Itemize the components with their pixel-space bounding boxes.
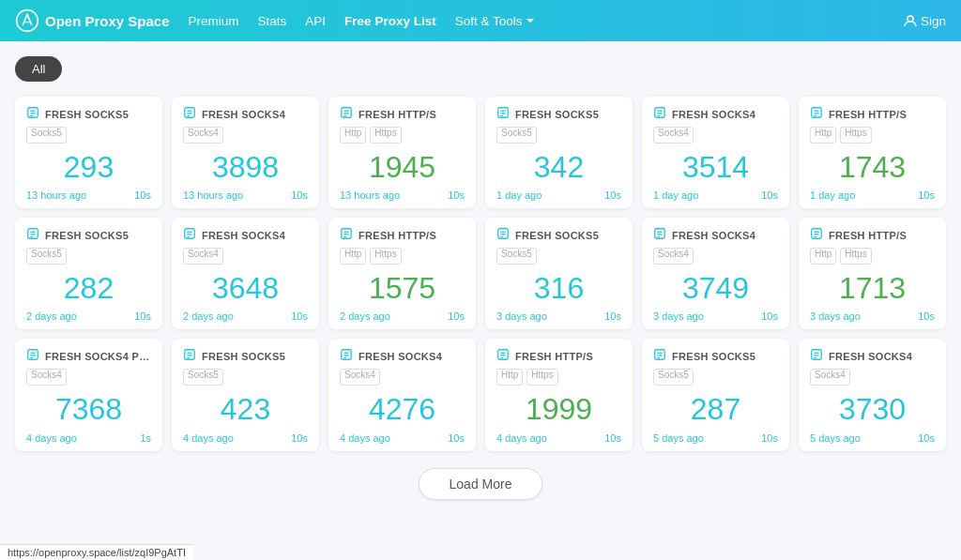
card-tag: Socks4: [183, 127, 223, 144]
card-count: 3730: [810, 389, 935, 431]
card-tags: Socks4: [340, 369, 465, 386]
card-tags: Socks5: [653, 369, 778, 386]
card-tag: Socks4: [26, 369, 67, 386]
card-footer: 3 days ago 10s: [653, 310, 778, 322]
card-header: FRESH SOCKS4: [810, 348, 935, 365]
card-interval: 10s: [448, 189, 465, 201]
card-tag: Http: [496, 369, 523, 386]
svg-point-1: [908, 16, 913, 22]
proxy-card[interactable]: FRESH SOCKS4 Socks4 3648 2 days ago 10s: [172, 218, 319, 329]
cards-grid: FRESH SOCKS5 Socks5 293 13 hours ago 10s…: [15, 97, 946, 451]
card-title: FRESH HTTP/S: [515, 351, 593, 362]
card-tag: Http: [810, 127, 836, 144]
card-tags: Socks5: [496, 127, 621, 144]
proxy-card[interactable]: FRESH SOCKS4 PROXYS Socks4 7368 4 days a…: [15, 339, 162, 450]
card-tags: HttpHttps: [496, 369, 621, 386]
nav-api[interactable]: API: [305, 14, 326, 28]
card-time: 13 hours ago: [183, 189, 243, 201]
page-content: All FRESH SOCKS5 Socks5 293 13 hours ago…: [0, 41, 961, 515]
card-count: 7368: [26, 389, 151, 431]
proxy-card[interactable]: FRESH SOCKS4 Socks4 3514 1 day ago 10s: [642, 97, 789, 208]
proxy-card[interactable]: FRESH SOCKS5 Socks5 342 1 day ago 10s: [485, 97, 633, 208]
card-tags: Socks4: [810, 369, 935, 386]
card-time: 5 days ago: [810, 432, 861, 444]
card-title: FRESH SOCKS5: [515, 230, 599, 241]
card-footer: 13 hours ago 10s: [26, 189, 151, 201]
card-tag: Socks5: [496, 127, 537, 144]
proxy-card[interactable]: FRESH SOCKS4 Socks4 4276 4 days ago 10s: [328, 339, 476, 450]
card-count: 1575: [340, 268, 465, 310]
proxy-card[interactable]: FRESH SOCKS5 Socks5 316 3 days ago 10s: [485, 218, 633, 329]
card-tags: HttpHttps: [340, 248, 465, 265]
proxy-card[interactable]: FRESH HTTP/S HttpHttps 1575 2 days ago 1…: [328, 218, 476, 329]
card-tag: Socks5: [653, 369, 694, 386]
nav-logo[interactable]: Open Proxy Space: [15, 8, 170, 33]
card-title: FRESH SOCKS5: [202, 351, 285, 362]
card-title: FRESH SOCKS4: [829, 351, 912, 362]
card-tag: Socks4: [653, 127, 694, 144]
card-title: FRESH SOCKS5: [672, 351, 755, 362]
proxy-card[interactable]: FRESH HTTP/S HttpHttps 1743 1 day ago 10…: [799, 97, 946, 208]
card-tags: Socks4: [26, 369, 151, 386]
list-icon: [496, 227, 510, 244]
proxy-card[interactable]: FRESH SOCKS5 Socks5 293 13 hours ago 10s: [15, 97, 162, 208]
proxy-card[interactable]: FRESH SOCKS4 Socks4 3898 13 hours ago 10…: [172, 97, 319, 208]
load-more-button[interactable]: Load More: [419, 468, 543, 500]
proxy-card[interactable]: FRESH HTTP/S HttpHttps 1945 13 hours ago…: [328, 97, 476, 208]
card-tag: Socks5: [496, 248, 537, 265]
proxy-card[interactable]: FRESH SOCKS4 Socks4 3730 5 days ago 10s: [799, 339, 946, 450]
nav-premium[interactable]: Premium: [189, 14, 239, 28]
list-icon: [653, 348, 666, 365]
proxy-card[interactable]: FRESH SOCKS5 Socks5 282 2 days ago 10s: [15, 218, 162, 329]
nav-sign[interactable]: Sign: [904, 14, 946, 28]
card-title: FRESH HTTP/S: [829, 230, 907, 241]
card-title: FRESH SOCKS4: [202, 230, 285, 241]
proxy-card[interactable]: FRESH HTTP/S HttpHttps 1999 4 days ago 1…: [485, 339, 633, 450]
proxy-card[interactable]: FRESH SOCKS4 Socks4 3749 3 days ago 10s: [642, 218, 789, 329]
all-filter-button[interactable]: All: [15, 56, 62, 82]
list-icon: [496, 106, 510, 123]
card-count: 3648: [183, 268, 308, 310]
list-icon: [653, 106, 666, 123]
card-tag: Socks4: [810, 369, 850, 386]
card-tags: Socks5: [183, 369, 308, 386]
proxy-card[interactable]: FRESH SOCKS5 Socks5 287 5 days ago 10s: [642, 339, 789, 450]
card-time: 13 hours ago: [340, 189, 400, 201]
card-title: FRESH SOCKS5: [515, 109, 599, 120]
card-tag: Https: [370, 127, 401, 144]
card-footer: 13 hours ago 10s: [183, 189, 308, 201]
load-more-wrapper: Load More: [15, 468, 946, 500]
nav-free-proxy-list[interactable]: Free Proxy List: [344, 14, 436, 28]
card-count: 1743: [810, 147, 935, 189]
list-icon: [496, 348, 510, 365]
card-count: 1999: [496, 389, 621, 431]
card-tag: Http: [340, 248, 366, 265]
proxy-card[interactable]: FRESH HTTP/S HttpHttps 1713 3 days ago 1…: [799, 218, 946, 329]
card-interval: 10s: [134, 189, 151, 201]
card-count: 4276: [340, 389, 465, 431]
card-tag: Https: [840, 127, 871, 144]
card-header: FRESH HTTP/S: [496, 348, 621, 365]
card-header: FRESH SOCKS4: [653, 106, 778, 123]
card-footer: 1 day ago 10s: [496, 189, 621, 201]
card-header: FRESH HTTP/S: [810, 106, 935, 123]
card-tags: Socks4: [183, 127, 308, 144]
card-time: 5 days ago: [653, 432, 704, 444]
card-time: 4 days ago: [26, 432, 77, 444]
nav-stats[interactable]: Stats: [258, 14, 287, 28]
card-header: FRESH SOCKS5: [496, 227, 621, 244]
list-icon: [26, 348, 39, 365]
card-interval: 10s: [918, 189, 935, 201]
card-count: 342: [496, 147, 621, 189]
card-time: 3 days ago: [496, 310, 547, 322]
card-tag: Https: [840, 248, 871, 265]
proxy-card[interactable]: FRESH SOCKS5 Socks5 423 4 days ago 10s: [172, 339, 319, 450]
card-header: FRESH SOCKS4: [183, 106, 308, 123]
list-icon: [26, 227, 39, 244]
card-interval: 10s: [918, 432, 935, 444]
card-footer: 3 days ago 10s: [810, 310, 935, 322]
card-time: 2 days ago: [183, 310, 234, 322]
card-tags: Socks4: [653, 127, 778, 144]
card-count: 316: [496, 268, 621, 310]
nav-soft-tools[interactable]: Soft & Tools: [455, 14, 537, 28]
